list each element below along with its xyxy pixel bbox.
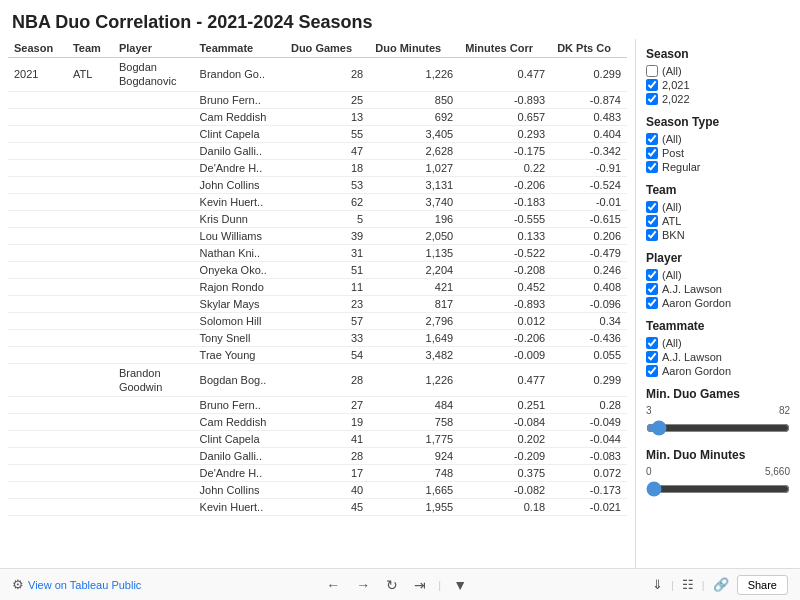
season-type-checkbox-0[interactable]	[646, 133, 658, 145]
cell-duo-games: 57	[285, 312, 369, 329]
cell-player	[113, 431, 194, 448]
cell-team	[67, 363, 113, 397]
cell-duo-minutes: 1,775	[369, 431, 459, 448]
footer-bar: ⚙ View on Tableau Public ← → ↻ ⇥ | ▼ ⇓ |…	[0, 568, 800, 600]
teammate-checkbox-2[interactable]	[646, 365, 658, 377]
cell-duo-games: 11	[285, 278, 369, 295]
cell-season	[8, 176, 67, 193]
nav-dropdown-button[interactable]: ▼	[449, 575, 471, 595]
season-type-filter-group: Season Type (All)PostRegular	[646, 115, 790, 173]
cell-dk-pts: 0.483	[551, 108, 627, 125]
cell-team	[67, 295, 113, 312]
cell-player	[113, 295, 194, 312]
grid-icon[interactable]: ☷	[682, 577, 694, 592]
col-header-teammate[interactable]: Teammate	[194, 39, 285, 58]
cell-dk-pts: -0.049	[551, 414, 627, 431]
cell-season	[8, 159, 67, 176]
teammate-label-0: (All)	[662, 337, 682, 349]
team-label-0: (All)	[662, 201, 682, 213]
cell-team	[67, 91, 113, 108]
cell-dk-pts: 0.404	[551, 125, 627, 142]
cell-duo-minutes: 758	[369, 414, 459, 431]
cell-mins-corr: -0.175	[459, 142, 551, 159]
teammate-checkbox-0[interactable]	[646, 337, 658, 349]
season-type-label-0: (All)	[662, 133, 682, 145]
main-container: NBA Duo Correlation - 2021-2024 Seasons …	[0, 0, 800, 600]
col-header-dk-pts[interactable]: DK Pts Co	[551, 39, 627, 58]
nav-reset-button[interactable]: ↻	[382, 575, 402, 595]
season-type-checkbox-2[interactable]	[646, 161, 658, 173]
cell-duo-minutes: 692	[369, 108, 459, 125]
min-duo-games-slider[interactable]	[646, 420, 790, 436]
cell-teammate: Onyeka Oko..	[194, 261, 285, 278]
data-table: Season Team Player Teammate Duo Games Du…	[8, 39, 627, 516]
page-title: NBA Duo Correlation - 2021-2024 Seasons	[0, 0, 800, 39]
player-checkbox-1[interactable]	[646, 283, 658, 295]
cell-duo-games: 41	[285, 431, 369, 448]
cell-duo-games: 51	[285, 261, 369, 278]
season-checkbox-2[interactable]	[646, 93, 658, 105]
table-row: 2021 ATL BogdanBogdanovic Brandon Go.. 2…	[8, 58, 627, 92]
cell-duo-minutes: 3,482	[369, 346, 459, 363]
season-checkbox-0[interactable]	[646, 65, 658, 77]
player-item-2: Aaron Gordon	[646, 297, 790, 309]
season-checkbox-1[interactable]	[646, 79, 658, 91]
cell-player	[113, 261, 194, 278]
link-icon[interactable]: 🔗	[713, 577, 729, 592]
season-label-2: 2,022	[662, 93, 690, 105]
cell-teammate: Skylar Mays	[194, 295, 285, 312]
cell-teammate: Kevin Huert..	[194, 193, 285, 210]
cell-duo-games: 23	[285, 295, 369, 312]
nav-end-button[interactable]: ⇥	[410, 575, 430, 595]
table-row: Danilo Galli.. 28 924 -0.209 -0.083	[8, 448, 627, 465]
col-header-team[interactable]: Team	[67, 39, 113, 58]
cell-team	[67, 227, 113, 244]
cell-duo-minutes: 196	[369, 210, 459, 227]
col-header-season[interactable]: Season	[8, 39, 67, 58]
cell-duo-games: 33	[285, 329, 369, 346]
teammate-item-1: A.J. Lawson	[646, 351, 790, 363]
cell-dk-pts: -0.021	[551, 499, 627, 516]
cell-season	[8, 295, 67, 312]
cell-teammate: Kevin Huert..	[194, 499, 285, 516]
team-checkbox-2[interactable]	[646, 229, 658, 241]
download-icon[interactable]: ⇓	[652, 577, 663, 592]
cell-dk-pts: 0.206	[551, 227, 627, 244]
min-duo-minutes-slider[interactable]	[646, 481, 790, 497]
cell-dk-pts: 0.072	[551, 465, 627, 482]
player-checkbox-2[interactable]	[646, 297, 658, 309]
cell-dk-pts: -0.615	[551, 210, 627, 227]
season-filter-title: Season	[646, 47, 790, 61]
cell-teammate: John Collins	[194, 176, 285, 193]
cell-dk-pts: -0.436	[551, 329, 627, 346]
tableau-label[interactable]: View on Tableau Public	[28, 579, 141, 591]
teammate-checkbox-1[interactable]	[646, 351, 658, 363]
cell-teammate: Bogdan Bog..	[194, 363, 285, 397]
cell-team	[67, 312, 113, 329]
share-button[interactable]: Share	[737, 575, 788, 595]
col-header-duo-games[interactable]: Duo Games	[285, 39, 369, 58]
team-checkbox-1[interactable]	[646, 215, 658, 227]
cell-player	[113, 91, 194, 108]
season-type-checkbox-1[interactable]	[646, 147, 658, 159]
col-header-player[interactable]: Player	[113, 39, 194, 58]
min-duo-minutes-max: 5,660	[765, 466, 790, 477]
cell-season	[8, 193, 67, 210]
nav-forward-button[interactable]: →	[352, 575, 374, 595]
cell-duo-games: 62	[285, 193, 369, 210]
season-item-1: 2,021	[646, 79, 790, 91]
cell-duo-games: 45	[285, 499, 369, 516]
cell-team: ATL	[67, 58, 113, 92]
cell-dk-pts: -0.524	[551, 176, 627, 193]
cell-duo-games: 13	[285, 108, 369, 125]
cell-player: BogdanBogdanovic	[113, 58, 194, 92]
col-header-duo-minutes[interactable]: Duo Minutes	[369, 39, 459, 58]
cell-player	[113, 142, 194, 159]
team-checkbox-0[interactable]	[646, 201, 658, 213]
col-header-minutes-corr[interactable]: Minutes Corr	[459, 39, 551, 58]
season-item-0: (All)	[646, 65, 790, 77]
nav-back-button[interactable]: ←	[322, 575, 344, 595]
min-duo-minutes-title: Min. Duo Minutes	[646, 448, 790, 462]
player-checkbox-0[interactable]	[646, 269, 658, 281]
cell-duo-games: 27	[285, 397, 369, 414]
